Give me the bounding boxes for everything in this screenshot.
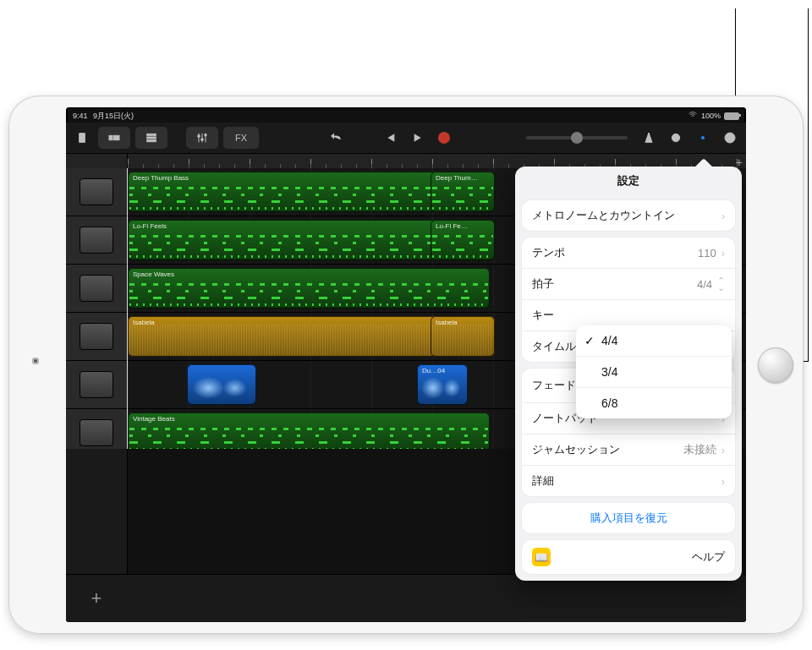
ipad-device: 9:41 9月15日(火) 100% — [8, 96, 804, 634]
chevron-right-icon: › — [721, 210, 725, 222]
timesig-label: 拍子 — [532, 276, 554, 292]
chevron-right-icon: › — [721, 247, 725, 259]
region-clip[interactable]: Space Waves — [128, 268, 490, 309]
tempo-value: 110 — [698, 247, 716, 259]
svg-point-9 — [701, 136, 705, 139]
battery-icon — [724, 112, 739, 120]
option-label: 4/4 — [601, 334, 617, 347]
jam-label: ジャムセッション — [532, 442, 620, 457]
callout-line — [735, 8, 736, 96]
option-label: 6/8 — [601, 396, 617, 410]
svg-rect-3 — [147, 137, 156, 139]
browser-button[interactable] — [71, 127, 93, 149]
wifi-icon — [688, 110, 698, 122]
help-label: ヘルプ — [692, 549, 725, 565]
mixer-button[interactable] — [186, 127, 218, 149]
settings-jam-row[interactable]: ジャムセッション 未接続 › — [522, 434, 735, 465]
metronome-label: メトロノームとカウントイン — [532, 208, 675, 223]
view-tracks-button[interactable] — [135, 127, 167, 149]
track-header[interactable] — [66, 313, 128, 360]
undo-button[interactable] — [325, 127, 347, 149]
check-icon: ✓ — [584, 334, 595, 347]
option-label: 3/4 — [601, 365, 617, 379]
view-navigator-button[interactable] — [98, 127, 130, 149]
region-clip[interactable] — [187, 364, 256, 405]
toolbar: FX — [66, 123, 746, 154]
timesig-value: 4/4 — [697, 278, 712, 291]
metronome-icon[interactable] — [638, 127, 660, 149]
timesig-option-3-4[interactable]: 3/4 — [576, 356, 732, 387]
timesig-option-6-8[interactable]: 6/8 — [576, 387, 732, 418]
region-clip[interactable]: Deep Thump Bass — [128, 172, 436, 212]
bottom-bar: + — [66, 574, 746, 622]
svg-rect-0 — [109, 135, 112, 139]
master-volume-slider[interactable] — [526, 136, 628, 139]
region-clip[interactable]: Vintage Beats — [128, 412, 490, 453]
track-header[interactable] — [66, 361, 128, 408]
settings-details-row[interactable]: 詳細 › — [522, 465, 735, 496]
battery-pct: 100% — [701, 112, 721, 120]
svg-rect-1 — [113, 135, 119, 139]
screen: 9:41 9月15日(火) 100% — [66, 107, 746, 622]
restore-label: 購入項目を復元 — [590, 511, 667, 526]
restore-purchases-button[interactable]: 購入項目を復元 — [522, 503, 735, 533]
track-header[interactable] — [66, 168, 128, 216]
status-bar: 9:41 9月15日(火) 100% — [66, 107, 746, 123]
front-camera — [32, 358, 39, 364]
settings-popover: 設定 メトロノームとカウントイン › テンポ 110 › 拍子 — [515, 167, 742, 581]
track-header[interactable] — [66, 265, 128, 312]
svg-point-6 — [201, 139, 204, 141]
chevron-right-icon: › — [721, 444, 725, 456]
timesig-option-4-4[interactable]: ✓ 4/4 — [576, 325, 732, 356]
help-book-icon: 📖 — [532, 548, 551, 566]
go-to-start-button[interactable] — [379, 127, 401, 149]
record-button[interactable] — [433, 127, 455, 149]
help-button[interactable] — [719, 127, 741, 149]
instrument-icon — [80, 178, 113, 205]
play-button[interactable] — [406, 127, 428, 149]
instrument-icon — [80, 371, 113, 398]
region-clip[interactable]: Deep Thum… — [431, 172, 495, 212]
loop-button[interactable] — [665, 127, 687, 149]
settings-button[interactable] — [692, 127, 714, 149]
status-time: 9:41 — [73, 112, 88, 120]
instrument-icon — [80, 227, 113, 254]
settings-help-row[interactable]: 📖 ヘルプ — [522, 540, 735, 574]
settings-tempo-row[interactable]: テンポ 110 › — [522, 238, 735, 268]
key-label: キー — [532, 308, 554, 323]
fx-button[interactable]: FX — [223, 127, 259, 149]
svg-point-8 — [672, 134, 679, 141]
region-clip[interactable]: Du…04 — [417, 364, 468, 405]
instrument-icon — [80, 419, 113, 446]
svg-point-11 — [730, 140, 731, 141]
add-track-button[interactable]: + — [66, 587, 127, 609]
instrument-icon — [80, 275, 113, 302]
updown-icon: ⌃⌄ — [717, 277, 725, 291]
tempo-label: テンポ — [532, 245, 565, 260]
settings-title: 設定 — [515, 167, 742, 194]
svg-rect-4 — [147, 140, 156, 142]
region-clip[interactable]: Isabela — [431, 316, 495, 357]
instrument-icon — [80, 323, 113, 350]
region-clip[interactable]: Isabela — [128, 316, 436, 357]
details-label: 詳細 — [532, 473, 554, 489]
chevron-right-icon: › — [721, 475, 725, 488]
region-clip[interactable]: Lo-Fi Feels — [128, 220, 436, 260]
track-header[interactable] — [66, 216, 128, 264]
settings-metronome-row[interactable]: メトロノームとカウントイン › — [522, 200, 735, 231]
settings-timesig-row[interactable]: 拍子 4/4 ⌃⌄ — [522, 268, 735, 299]
jam-value: 未接続 — [683, 442, 716, 457]
home-button[interactable] — [758, 347, 793, 383]
svg-point-5 — [198, 135, 200, 138]
callout-line — [808, 8, 809, 362]
svg-rect-2 — [147, 134, 156, 135]
timesig-dropdown: ✓ 4/4 3/4 6/8 — [576, 325, 732, 418]
svg-point-7 — [205, 134, 207, 136]
timeruler-label: タイムル — [532, 339, 576, 354]
region-clip[interactable]: Lo-Fi Fe… — [431, 220, 495, 260]
fx-label: FX — [235, 133, 247, 143]
status-date: 9月15日(火) — [93, 112, 134, 120]
